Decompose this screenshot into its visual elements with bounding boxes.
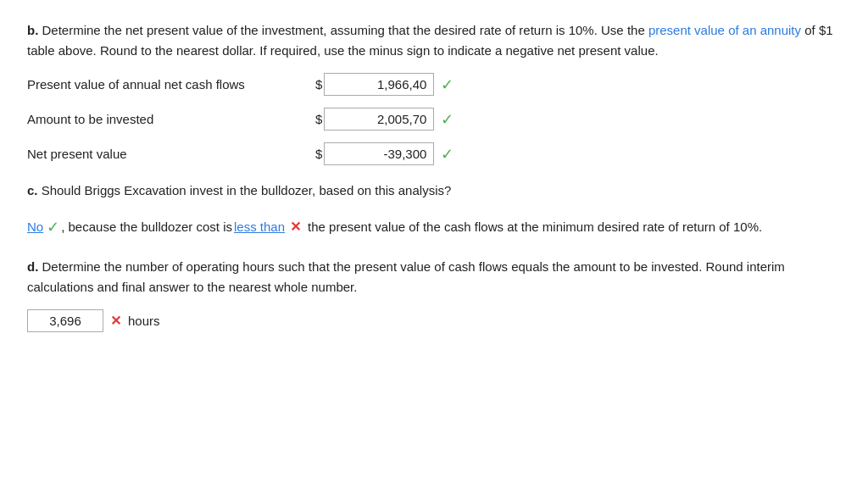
less-than-answer[interactable]: less than xyxy=(234,215,285,240)
row-label-pv: Present value of annual net cash flows xyxy=(27,77,315,92)
row-input-invest: $ ✓ xyxy=(315,108,453,131)
check-icon-npv: ✓ xyxy=(441,145,453,164)
section-d-input-row: ✕ hours xyxy=(27,309,841,332)
x-icon-less-than: ✕ xyxy=(290,214,301,240)
table-row: Amount to be invested $ ✓ xyxy=(27,108,841,131)
section-b: b. Determine the net present value of th… xyxy=(27,20,841,165)
no-answer[interactable]: No xyxy=(27,215,43,240)
invest-input[interactable] xyxy=(324,108,434,131)
pv-input[interactable] xyxy=(324,73,434,96)
section-c: c. Should Briggs Excavation invest in th… xyxy=(27,181,841,242)
row-label-invest: Amount to be invested xyxy=(27,112,315,126)
npv-input[interactable] xyxy=(324,142,434,165)
check-icon-invest: ✓ xyxy=(441,110,453,129)
section-b-text: b. Determine the net present value of th… xyxy=(27,20,841,61)
row-input-pv: $ ✓ xyxy=(315,73,453,96)
dollar-sign: $ xyxy=(315,147,324,161)
check-icon-pv: ✓ xyxy=(441,75,453,94)
section-d: d. Determine the number of operating hou… xyxy=(27,257,841,332)
dollar-sign: $ xyxy=(315,77,324,92)
section-c-answer: No ✓ , because the bulldozer cost is les… xyxy=(27,213,841,242)
section-c-title: c. Should Briggs Excavation invest in th… xyxy=(27,181,841,201)
row-input-npv: $ ✓ xyxy=(315,142,453,165)
section-d-label: d. xyxy=(27,259,38,274)
section-d-text: d. Determine the number of operating hou… xyxy=(27,257,841,297)
input-table: Present value of annual net cash flows $… xyxy=(27,73,841,165)
section-b-label: b. xyxy=(27,23,38,37)
check-icon-no: ✓ xyxy=(47,213,59,242)
table-row: Present value of annual net cash flows $… xyxy=(27,73,841,96)
row-label-npv: Net present value xyxy=(27,147,315,161)
text-after: the present value of the cash flows at t… xyxy=(308,215,762,240)
dollar-sign: $ xyxy=(315,112,324,126)
section-c-label: c. xyxy=(27,183,38,197)
hours-label: hours xyxy=(128,314,160,328)
table-row: Net present value $ ✓ xyxy=(27,142,841,165)
hours-input[interactable] xyxy=(27,309,103,332)
annuity-link[interactable]: present value of an annuity xyxy=(648,23,801,37)
because-text: , because the bulldozer cost is xyxy=(61,215,232,240)
x-icon-hours: ✕ xyxy=(110,313,121,329)
